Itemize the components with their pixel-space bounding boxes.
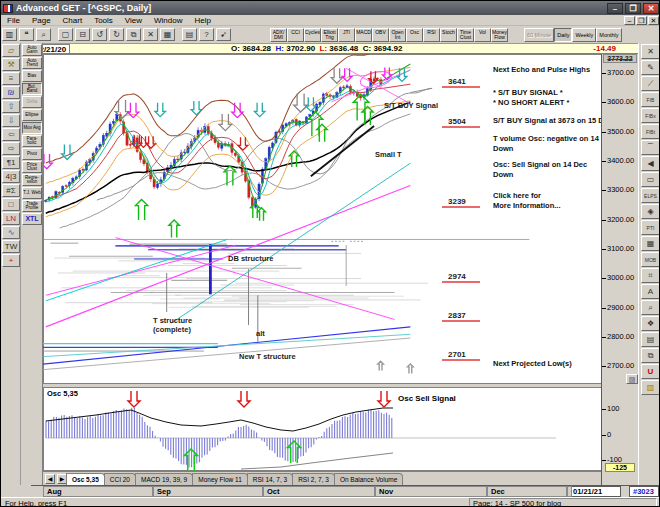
study-button-money-flow[interactable]: Money Flow xyxy=(491,28,508,42)
text-tool-icon[interactable]: A xyxy=(641,284,660,299)
mdi-close-button[interactable]: ✕ xyxy=(648,16,659,25)
menu-page[interactable]: Page xyxy=(26,16,57,25)
tab-osc-5-35[interactable]: Osc 5,35 xyxy=(66,473,105,485)
study-quick-delta[interactable]: Delta xyxy=(22,96,42,108)
tab-rsi-14-7-3[interactable]: RSI 14, 7, 3 xyxy=(247,473,293,485)
menu-file[interactable]: File xyxy=(1,16,26,25)
copy-page-icon[interactable]: ⧉ xyxy=(126,28,141,41)
study-quick-auto-gann[interactable]: Auto Gann xyxy=(22,44,42,56)
pti-icon[interactable]: PTI xyxy=(641,220,660,235)
close-button[interactable]: ✕ xyxy=(643,3,659,14)
study-button-open-int[interactable]: Open Int xyxy=(389,28,406,42)
mdi-minimize-button[interactable]: – xyxy=(624,16,635,25)
study-button-cci[interactable]: CCI xyxy=(287,28,304,42)
arrow-left-tool-icon[interactable]: ⇦ xyxy=(2,128,20,141)
grid-icon[interactable]: ▤ xyxy=(641,332,660,347)
oscillator-plot[interactable] xyxy=(43,387,601,471)
price-axis[interactable]: 3773.22 -125 ▨ 3700.003600.003500.003400… xyxy=(601,54,638,485)
axis-properties-icon[interactable]: ▨ xyxy=(626,374,638,384)
study-button-elliott-trig[interactable]: Elliott Trig xyxy=(321,28,338,42)
minimize-button[interactable]: – xyxy=(607,3,623,14)
study-button-osc[interactable]: Osc xyxy=(406,28,423,42)
gann-fan-icon[interactable]: ⌒ xyxy=(641,140,660,155)
mdi-restore-button[interactable]: ❐ xyxy=(636,16,647,25)
back-icon[interactable]: ↺ xyxy=(92,28,107,41)
menu-help[interactable]: Help xyxy=(188,16,216,25)
zoom-icon[interactable]: ⌕ xyxy=(641,300,660,315)
close-drawing-icon[interactable]: ✕ xyxy=(641,44,660,59)
period-button-weekly[interactable]: Weekly xyxy=(572,28,596,42)
study-button-rsi[interactable]: RSI xyxy=(423,28,440,42)
study-quick-bol-band[interactable]: Bol. Band xyxy=(22,83,42,95)
forward-icon[interactable]: ↻ xyxy=(109,28,124,41)
analyze-icon[interactable]: ⌗ xyxy=(641,268,660,283)
arrow-up-tool-icon[interactable]: ⇧ xyxy=(2,100,20,113)
period-button-60-minute[interactable]: 60 Minute xyxy=(524,28,554,42)
tab-money-flow-11[interactable]: Money Flow 11 xyxy=(192,473,248,485)
tw-tool-icon[interactable]: TW xyxy=(2,240,20,253)
study-button-macd[interactable]: MACD xyxy=(355,28,372,42)
study-button-stoch[interactable]: Stoch xyxy=(440,28,457,42)
fib-extension-icon[interactable]: FIBx xyxy=(641,108,660,123)
fib-time-icon[interactable]: FIBt xyxy=(641,124,660,139)
study-button-vol[interactable]: Vol xyxy=(474,28,491,42)
study-quick-regre-ssion[interactable]: Regre- ssion xyxy=(22,174,42,186)
fib-retracement-icon[interactable]: FIB xyxy=(641,92,660,107)
date-axis[interactable]: 01/21/21 #3023 AugSepOctNovDec xyxy=(31,485,660,497)
tab-rsi-2-7-3[interactable]: RSI 2, 7, 3 xyxy=(292,473,335,485)
period-button-monthly[interactable]: Monthly xyxy=(596,28,621,42)
menu-chart[interactable]: Chart xyxy=(57,16,89,25)
tj-web-icon[interactable]: ◈ xyxy=(641,204,660,219)
study-button-cycles[interactable]: Cycles xyxy=(304,28,321,42)
study-button-obv[interactable]: OBV xyxy=(372,28,389,42)
palette-icon[interactable]: ❖ xyxy=(641,316,660,331)
delete-page-icon[interactable]: ✕ xyxy=(143,28,158,41)
study-quick-para-bolic[interactable]: Para- bolic xyxy=(22,135,42,147)
study-button-adx-dmi[interactable]: ADX/ DMI xyxy=(270,28,287,42)
study-quick-trade-profile[interactable]: Trade Profile xyxy=(22,200,42,212)
cross-tool-icon[interactable]: + xyxy=(2,254,20,267)
context-help-icon[interactable]: ➹ xyxy=(216,28,231,41)
chart-window-icon[interactable]: ▥ xyxy=(2,28,17,41)
study-quick-ellipse[interactable]: Ellipse xyxy=(22,109,42,121)
help-icon[interactable]: ? xyxy=(199,28,214,41)
arrow-right-tool-icon[interactable]: ⇨ xyxy=(2,142,20,155)
menu-window[interactable]: Window xyxy=(148,16,188,25)
pencil-icon[interactable]: ✎ xyxy=(641,60,660,75)
elliott-tool-icon[interactable]: ₪ xyxy=(2,86,20,99)
waves-tool-icon[interactable]: ∿ xyxy=(2,226,20,239)
study-quick-price-clust[interactable]: Price Clust xyxy=(22,161,42,173)
period-button-daily[interactable]: Daily xyxy=(554,28,572,42)
menu-view[interactable]: View xyxy=(119,16,148,25)
restore-button[interactable]: ❐ xyxy=(625,3,641,14)
print-icon[interactable]: ▤ xyxy=(182,28,197,41)
regression-tool-icon[interactable]: ≡ xyxy=(2,72,20,85)
study-quick-auto-trend[interactable]: Auto Trend xyxy=(22,57,42,69)
gann-tool-icon[interactable]: ⚒ xyxy=(2,58,20,71)
quote-icon[interactable]: ❝ xyxy=(19,28,34,41)
save-page-icon[interactable]: ⊟ xyxy=(75,28,90,41)
pointer-tool-icon[interactable]: ▱ xyxy=(2,44,20,57)
mob-arrow-icon[interactable]: ◀ xyxy=(641,156,660,171)
trendline-icon[interactable]: ⟋ xyxy=(641,76,660,91)
wave-count-icon[interactable]: ¶1 xyxy=(2,156,20,169)
study-button-jti[interactable]: JTI xyxy=(338,28,355,42)
study-quick-bias[interactable]: Bias xyxy=(22,70,42,82)
new-page-icon[interactable]: ▢ xyxy=(58,28,73,41)
undo-icon[interactable]: U xyxy=(641,364,660,379)
study-button-time-clust[interactable]: Time Clust xyxy=(457,28,474,42)
study-quick-xtl[interactable]: XTL xyxy=(22,213,42,225)
time-cluster-icon[interactable]: ▦ xyxy=(641,236,660,251)
chart-settings-icon[interactable]: ▦ xyxy=(160,28,175,41)
box-tool-icon[interactable]: □ xyxy=(2,198,20,211)
copy-chart-icon[interactable]: ⧉ xyxy=(641,348,660,363)
percent-tool-icon[interactable]: #Σ xyxy=(2,184,20,197)
make-or-break-icon[interactable]: MOB xyxy=(641,252,660,267)
find-icon[interactable]: ⌕ xyxy=(36,28,51,41)
tab-on-balance-volume[interactable]: On Balance Volume xyxy=(334,473,403,485)
tab-macd-19-39-9[interactable]: MACD 19, 39, 9 xyxy=(135,473,193,485)
tab-cci-20[interactable]: CCI 20 xyxy=(104,473,136,485)
ratio-tool-icon[interactable]: 4|3 xyxy=(2,170,20,183)
menu-tools[interactable]: Tools xyxy=(88,16,119,25)
chart-options-icon[interactable]: ▨ xyxy=(641,380,660,395)
